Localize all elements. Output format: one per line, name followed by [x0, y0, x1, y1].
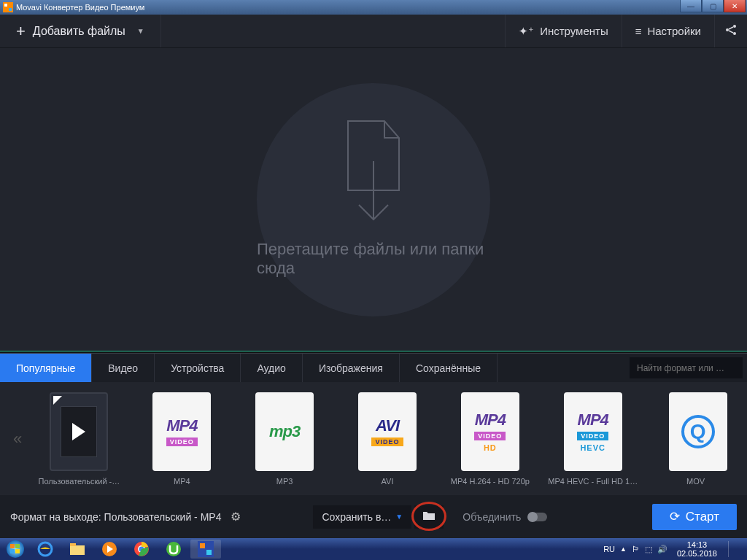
taskbar-chrome[interactable]	[126, 540, 157, 559]
window-titlebar: Movavi Конвертер Видео Премиум — ▢ ✕	[0, 0, 747, 15]
drop-zone[interactable]: Перетащите файлы или папки сюда	[0, 48, 747, 351]
tray-network-icon[interactable]: ⬚	[645, 545, 652, 554]
hamburger-icon: ≡	[635, 25, 642, 37]
merge-label: Объединить	[462, 511, 521, 523]
merge-toggle[interactable]	[528, 513, 547, 521]
window-controls: — ▢ ✕	[680, 0, 746, 12]
tray-arrow-icon[interactable]: ▲	[620, 545, 627, 553]
svg-rect-1	[4, 4, 7, 7]
tab-popular[interactable]: Популярные	[0, 354, 92, 382]
svg-rect-25	[206, 550, 212, 555]
format-settings-button[interactable]: ⚙	[225, 507, 246, 527]
preset-label: MOV	[645, 477, 747, 486]
show-desktop-button[interactable]	[735, 540, 741, 559]
tools-label: Инструменты	[540, 25, 608, 37]
main-toolbar: + Добавить файлы ▼ ✦⁺ Инструменты ≡ Наст…	[0, 15, 747, 48]
tab-audio[interactable]: Аудио	[241, 354, 303, 382]
preset-mp4-hd[interactable]: MP4 VIDEO HD MP4 H.264 - HD 720p	[438, 392, 541, 486]
preset-custom[interactable]: Пользовательский -…	[28, 392, 131, 486]
tab-video[interactable]: Видео	[92, 354, 155, 382]
chevron-down-icon: ▼	[395, 513, 403, 521]
svg-point-3	[733, 25, 736, 28]
tab-devices[interactable]: Устройства	[155, 354, 241, 382]
add-files-label: Добавить файлы	[33, 25, 125, 38]
preset-label: MP4 H.264 - HD 720p	[439, 477, 541, 486]
taskbar-movavi[interactable]	[190, 540, 221, 559]
taskbar-wmp[interactable]	[94, 540, 125, 559]
preset-avi[interactable]: AVI VIDEO AVI	[336, 392, 439, 486]
svg-line-6	[729, 27, 733, 29]
drop-circle: Перетащите файлы или папки сюда	[257, 83, 490, 316]
drop-text: Перетащите файлы или папки сюда	[257, 240, 490, 278]
settings-label: Настройки	[647, 25, 701, 37]
preset-label: MP3	[233, 477, 336, 486]
preset-label: MP4 HEVC - Full HD 1…	[542, 477, 644, 486]
preset-strip: « Пользовательский -… MP4 VIDEO MP4 mp3 …	[0, 382, 747, 495]
preset-label: AVI	[336, 477, 438, 486]
minimize-button[interactable]: —	[680, 0, 702, 12]
svg-rect-24	[200, 543, 205, 548]
svg-rect-16	[70, 543, 76, 546]
system-tray: RU ▲ 🏳 ⬚ 🔊 14:13 02.05.2018	[603, 540, 746, 559]
preset-mp4-hevc[interactable]: MP4 VIDEO HEVC MP4 HEVC - Full HD 1…	[541, 392, 644, 486]
save-location-dropdown[interactable]: Сохранить в… ▼	[313, 505, 411, 529]
tab-images[interactable]: Изображения	[303, 354, 400, 382]
bottom-bar: Формат на выходе: Пользовательский - MP4…	[0, 495, 747, 538]
svg-rect-11	[15, 544, 20, 548]
preset-label: Пользовательский -…	[28, 477, 130, 486]
close-button[interactable]: ✕	[724, 0, 746, 12]
settings-button[interactable]: ≡ Настройки	[622, 15, 714, 47]
scroll-left-button[interactable]: «	[7, 429, 28, 448]
chevron-down-icon: ▼	[137, 27, 144, 35]
preset-mp3[interactable]: mp3 MP3	[233, 392, 336, 486]
start-button[interactable]: ⟳ Старт	[652, 504, 737, 530]
tray-flag-icon[interactable]: 🏳	[632, 545, 640, 553]
maximize-button[interactable]: ▢	[702, 0, 724, 12]
windows-taskbar: RU ▲ 🏳 ⬚ 🔊 14:13 02.05.2018	[0, 538, 747, 560]
add-files-button[interactable]: + Добавить файлы ▼	[0, 15, 161, 47]
svg-point-4	[726, 28, 729, 31]
svg-rect-12	[10, 549, 15, 553]
share-button[interactable]	[714, 15, 747, 47]
output-format-label: Формат на выходе: Пользовательский - MP4	[10, 511, 221, 523]
taskbar-ie[interactable]	[30, 540, 61, 559]
save-location-label: Сохранить в…	[322, 511, 391, 523]
svg-rect-13	[15, 549, 20, 553]
tools-button[interactable]: ✦⁺ Инструменты	[505, 15, 622, 47]
window-title: Movavi Конвертер Видео Премиум	[16, 3, 144, 12]
folder-icon	[422, 510, 436, 524]
start-label: Старт	[686, 510, 719, 524]
taskbar-explorer[interactable]	[62, 540, 93, 559]
svg-rect-2	[9, 8, 12, 11]
tray-date: 02.05.2018	[677, 549, 717, 558]
plus-icon: +	[16, 22, 26, 41]
preset-label: MP4	[131, 477, 233, 486]
svg-line-7	[729, 31, 733, 33]
format-tabs: Популярные Видео Устройства Аудио Изобра…	[0, 353, 747, 382]
tab-saved[interactable]: Сохранённые	[400, 354, 498, 382]
start-menu-button[interactable]	[1, 539, 29, 559]
tray-time: 14:13	[687, 540, 708, 549]
tray-lang[interactable]: RU	[603, 545, 615, 553]
gear-icon: ⚙	[231, 510, 241, 524]
svg-point-5	[733, 32, 736, 35]
taskbar-utorrent[interactable]	[158, 540, 189, 559]
app-icon	[3, 2, 13, 12]
svg-rect-15	[70, 545, 85, 555]
browse-folder-button[interactable]	[414, 505, 444, 529]
refresh-icon: ⟳	[670, 509, 680, 524]
preset-mp4[interactable]: MP4 VIDEO MP4	[131, 392, 233, 486]
magic-wand-icon: ✦⁺	[519, 25, 534, 38]
share-icon	[725, 24, 737, 38]
tray-clock[interactable]: 14:13 02.05.2018	[673, 540, 721, 558]
preset-mov[interactable]: Q MOV	[644, 392, 747, 486]
search-input[interactable]	[630, 357, 743, 378]
file-download-icon	[333, 117, 414, 230]
tray-volume-icon[interactable]: 🔊	[657, 545, 667, 554]
selected-mark-icon	[53, 396, 62, 405]
svg-rect-10	[10, 544, 15, 548]
play-icon	[72, 423, 85, 440]
